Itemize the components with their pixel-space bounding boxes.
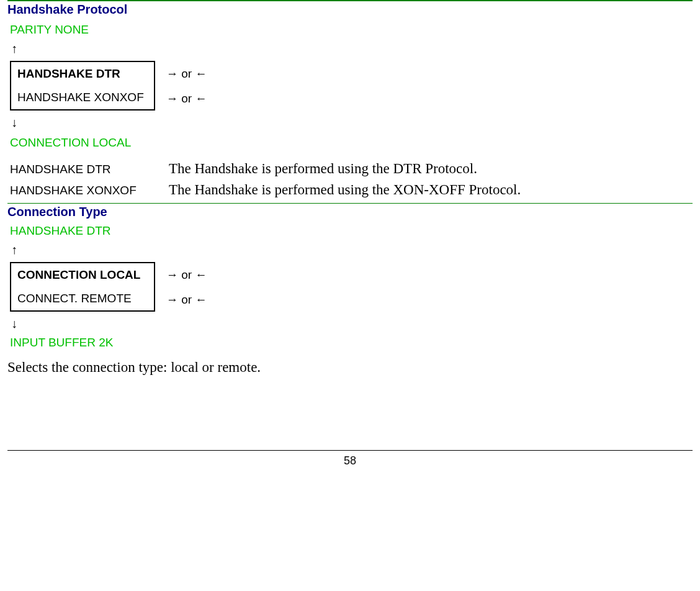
page-footer: 58: [7, 450, 693, 467]
arrow-lr: → or ←: [166, 269, 207, 281]
desc-label: HANDSHAKE DTR: [10, 163, 169, 176]
table-row: HANDSHAKE XONXOF The Handshake is perfor…: [10, 182, 693, 198]
desc-text: The Handshake is performed using the DTR…: [169, 161, 477, 177]
arrow-lr: → or ←: [166, 294, 207, 305]
menu-item-handshake-dtr: HANDSHAKE DTR: [11, 62, 154, 86]
next-menu-label: CONNECTION LOCAL: [10, 136, 693, 150]
desc-text: The Handshake is performed using the XON…: [169, 182, 521, 198]
menu-item-connection-local: CONNECTION LOCAL: [11, 263, 154, 287]
desc-label: HANDSHAKE XONXOF: [10, 184, 169, 197]
section-divider: [7, 0, 693, 1]
table-row: HANDSHAKE DTR The Handshake is performed…: [10, 161, 693, 177]
prev-menu-label: PARITY NONE: [10, 23, 693, 37]
menu-box: CONNECTION LOCAL CONNECT. REMOTE: [10, 262, 155, 312]
menu-box: HANDSHAKE DTR HANDSHAKE XONXOF: [10, 61, 155, 111]
arrow-up: ↑: [11, 243, 693, 257]
menu-arrows: → or ← → or ←: [155, 262, 207, 312]
arrow-down: ↓: [11, 115, 693, 130]
arrow-down: ↓: [11, 317, 693, 331]
menu-item-connect-remote: CONNECT. REMOTE: [11, 287, 154, 310]
menu-block-handshake: HANDSHAKE DTR HANDSHAKE XONXOF → or ← → …: [10, 61, 693, 111]
arrow-lr: → or ←: [166, 92, 207, 104]
section-divider: [7, 203, 693, 204]
arrow-up: ↑: [11, 42, 693, 56]
menu-arrows: → or ← → or ←: [155, 61, 207, 111]
body-text: Selects the connection type: local or re…: [7, 359, 693, 376]
page-number: 58: [7, 454, 693, 467]
description-table: HANDSHAKE DTR The Handshake is performed…: [10, 161, 693, 198]
menu-block-connection: CONNECTION LOCAL CONNECT. REMOTE → or ← …: [10, 262, 693, 312]
footer-rule: [7, 450, 693, 451]
next-menu-label: INPUT BUFFER 2K: [10, 336, 693, 350]
prev-menu-label: HANDSHAKE DTR: [10, 224, 693, 238]
section-title-handshake: Handshake Protocol: [7, 2, 693, 17]
section-title-connection: Connection Type: [7, 205, 693, 219]
arrow-lr: → or ←: [166, 68, 207, 79]
menu-item-handshake-xonxof: HANDSHAKE XONXOF: [11, 86, 154, 109]
